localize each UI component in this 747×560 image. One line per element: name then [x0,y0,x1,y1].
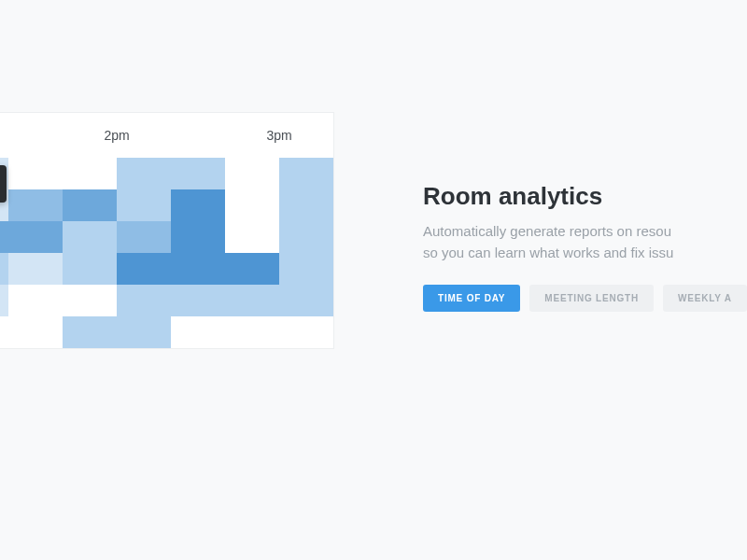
heatmap-cell[interactable] [117,189,171,221]
heatmap-cell[interactable] [171,253,225,285]
tab-meeting-length[interactable]: MEETING LENGTH [529,285,654,312]
heatmap-cell[interactable] [8,158,63,189]
heatmap-cell[interactable] [63,285,117,316]
heatmap-cell[interactable] [171,189,225,221]
heatmap-cell[interactable] [117,253,171,285]
heatmap-cell[interactable] [225,189,279,221]
heatmap-cell[interactable] [225,253,279,285]
heatmap-cell[interactable] [171,316,225,348]
heatmap-cell[interactable] [8,189,63,221]
heatmap-cell[interactable] [117,316,171,348]
heatmap-grid[interactable] [0,158,333,348]
heatmap-cell[interactable] [171,285,225,316]
heatmap-cell[interactable] [117,158,171,189]
heatmap-cell[interactable] [225,285,279,316]
heatmap-panel: 2pm 3pm vents 2:00PM [0,112,334,349]
heatmap-cell[interactable] [0,316,8,348]
heatmap-cell[interactable] [225,158,279,189]
heatmap-cell[interactable] [63,253,117,285]
heatmap-tooltip: vents 2:00PM [0,165,7,203]
heatmap-cell[interactable] [279,158,333,189]
heatmap-cell[interactable] [171,158,225,189]
heatmap-cell[interactable] [0,253,8,285]
axis-label-2pm: 2pm [104,128,129,143]
heatmap-cell[interactable] [225,221,279,253]
panel-title: Room analytics [423,182,747,211]
heatmap-cell[interactable] [279,221,333,253]
panel-description: Automatically generate reports on resou … [423,220,747,264]
heatmap-cell[interactable] [8,221,63,253]
heatmap-cell[interactable] [0,285,8,316]
heatmap-cell[interactable] [8,253,63,285]
heatmap-cell[interactable] [279,285,333,316]
heatmap-cell[interactable] [0,221,8,253]
heatmap-cell[interactable] [279,253,333,285]
heatmap-cell[interactable] [63,221,117,253]
heatmap-cell[interactable] [117,221,171,253]
heatmap-cell[interactable] [225,316,279,348]
heatmap-cell[interactable] [63,316,117,348]
heatmap-cell[interactable] [63,189,117,221]
heatmap-cell[interactable] [279,189,333,221]
heatmap-cell[interactable] [117,285,171,316]
heatmap-cell[interactable] [8,285,63,316]
tab-bar: TIME OF DAY MEETING LENGTH WEEKLY A [423,285,747,312]
axis-label-3pm: 3pm [266,128,291,143]
heatmap-cell[interactable] [8,316,63,348]
tab-weekly[interactable]: WEEKLY A [663,285,747,312]
heatmap-cell[interactable] [171,221,225,253]
time-axis: 2pm 3pm [0,128,333,148]
heatmap-cell[interactable] [63,158,117,189]
info-panel: Room analytics Automatically generate re… [423,182,747,312]
tab-time-of-day[interactable]: TIME OF DAY [423,285,520,312]
heatmap-cell[interactable] [279,316,333,348]
